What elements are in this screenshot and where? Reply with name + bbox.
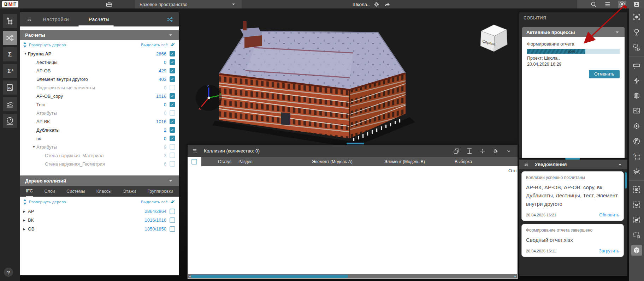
tree-row-checkbox[interactable] [170, 144, 175, 150]
tree-row[interactable]: АР-ВК1016✓ [20, 117, 179, 126]
collision-tree-section-header[interactable]: Дерево коллизий [20, 175, 179, 186]
tree-row[interactable]: Подозрительные элементы0 [20, 83, 179, 92]
notification-card[interactable]: Формирование отчета завершеноСводный отч… [521, 224, 624, 257]
collision-tab-этажи[interactable]: Этажи [123, 186, 136, 196]
sum-icon[interactable]: Σ [3, 47, 17, 61]
caret-right-icon[interactable]: ▶ [23, 210, 28, 213]
show-eye-icon[interactable] [631, 199, 642, 210]
collapse-chevron-icon[interactable] [505, 147, 513, 155]
tree-row[interactable]: АР-ОВ_copy1016✓ [20, 92, 179, 100]
column-header[interactable]: Элемент (Модель B) [384, 159, 425, 164]
tree-row[interactable]: АР-ОВ429✓ [20, 66, 179, 75]
caret-right-icon[interactable]: ▶ [23, 227, 28, 231]
select-all-link[interactable]: Выделить всё ✓✓ [141, 42, 175, 47]
column-header[interactable]: Раздел [238, 159, 253, 164]
tab-calculations[interactable]: Расчеты [89, 17, 110, 22]
view-2d-icon[interactable]: 2D [3, 80, 17, 95]
bimit-logo[interactable]: BiMiT [2, 1, 18, 7]
settings-gear-icon[interactable] [492, 147, 500, 155]
active-processes-header[interactable]: Активные процессы [522, 27, 625, 37]
tree-row[interactable]: ▼Атрибуты9 [20, 143, 179, 151]
tree-row[interactable]: Тест0✓ [20, 100, 179, 109]
collision-tab-системы[interactable]: Системы [66, 186, 85, 196]
panel-resize-handle[interactable] [565, 158, 580, 160]
split-view-icon[interactable] [479, 147, 486, 155]
tree-row-checkbox[interactable] [170, 226, 175, 232]
section-flash-icon[interactable] [631, 75, 642, 86]
select-all-link[interactable]: Выделить всё ✓✓ [141, 199, 175, 204]
collisions-menu-icon[interactable] [191, 147, 199, 155]
column-header[interactable]: Статус [218, 159, 231, 164]
calculations-section-header[interactable]: Расчеты [20, 30, 179, 40]
caret-right-icon[interactable]: ▶ [23, 219, 28, 222]
scale-selection-icon[interactable]: S [631, 151, 642, 162]
scrollbar-thumb[interactable] [191, 275, 348, 278]
tree-row-checkbox[interactable]: ✓ [170, 136, 175, 141]
caret-down-icon[interactable]: ▼ [31, 145, 36, 149]
model-tree-icon[interactable] [631, 27, 642, 37]
expand-tree-link[interactable]: Развернуть дерево [23, 199, 66, 205]
notifications-header[interactable]: Уведомления [519, 160, 627, 169]
section-box-icon[interactable] [631, 90, 642, 101]
tree-row-checkbox[interactable]: ✓ [170, 93, 175, 99]
column-header[interactable]: Выборка [455, 159, 472, 164]
clash-detection-icon[interactable] [3, 31, 17, 45]
tree-row-checkbox[interactable]: ✓ [170, 68, 175, 73]
focus-frame-icon[interactable] [631, 12, 642, 22]
panel-menu-icon[interactable] [26, 16, 34, 23]
isolate-frames-icon[interactable] [631, 42, 642, 53]
notification-card[interactable]: Коллизии успешно посчитаныАР-ВК, АР-ОВ, … [521, 171, 624, 221]
tree-row-checkbox[interactable] [170, 161, 175, 167]
select-all-cell[interactable] [188, 157, 201, 166]
tree-row[interactable]: Атрибуты0 [20, 109, 179, 117]
hide-cube-icon[interactable] [631, 184, 642, 195]
tree-row-checkbox[interactable] [170, 85, 175, 90]
notifications-menu-icon[interactable] [523, 161, 531, 168]
user-icon[interactable] [633, 0, 640, 8]
workspace-selector[interactable]: Базовое пространство [135, 0, 242, 8]
tree-row[interactable]: Лестницы0✓ [20, 58, 179, 66]
tree-row-checkbox[interactable] [170, 110, 175, 116]
cancel-button[interactable]: Отменить [589, 70, 620, 78]
charts-icon[interactable] [3, 97, 17, 111]
tree-row[interactable]: Элемент внутри другого403✓ [20, 75, 179, 83]
ruler-icon[interactable] [631, 60, 642, 71]
building-model[interactable] [212, 14, 438, 145]
sum-plus-icon[interactable]: Σ+ [3, 64, 17, 78]
tree-row[interactable]: Дубликаты2✓ [20, 126, 179, 134]
tree-row-checkbox[interactable]: ✓ [170, 119, 175, 124]
structure-tree-icon[interactable] [3, 14, 17, 28]
header-checkbox[interactable] [191, 159, 197, 165]
solid-cube-icon[interactable] [631, 245, 642, 256]
clear-selection-icon[interactable] [631, 230, 642, 240]
scroll-right-arrow[interactable]: ▸ [514, 274, 516, 279]
gear-icon[interactable] [373, 0, 380, 8]
tree-row-checkbox[interactable] [170, 209, 175, 214]
tree-row[interactable]: ▶ОВ1850/1850 [20, 225, 179, 233]
collision-tab-классы[interactable]: Классы [96, 186, 112, 196]
tree-row[interactable]: Стена наружная_Материал3 [20, 151, 179, 160]
tree-row[interactable]: ▶АР2864/2864 [20, 207, 179, 216]
clash-link-icon[interactable] [166, 16, 174, 23]
compare-lines-icon[interactable]: 12 [631, 166, 642, 177]
tree-row-checkbox[interactable]: ✓ [170, 127, 175, 133]
tree-row-checkbox[interactable]: ✓ [170, 51, 175, 56]
column-header[interactable]: Элемент (Модель A) [312, 159, 353, 164]
expand-tree-link[interactable]: Развернуть дерево [23, 42, 66, 48]
flag-circle-icon[interactable] [631, 136, 642, 147]
horizontal-scrollbar[interactable]: ◂ ▸ [188, 274, 517, 279]
locate-target-icon[interactable] [631, 121, 642, 131]
collision-tab-группировки[interactable]: Группировки [147, 186, 173, 196]
help-button[interactable]: ? [4, 268, 13, 277]
gauge-icon[interactable] [3, 114, 17, 128]
fit-height-icon[interactable] [466, 147, 473, 155]
tree-row[interactable]: ▶ВК1016/1016 [20, 216, 179, 225]
tree-row-checkbox[interactable] [170, 153, 175, 158]
axis-gizmo[interactable]: Z Y X [195, 84, 223, 112]
list-icon[interactable] [604, 0, 611, 8]
copy-rows-icon[interactable] [453, 147, 460, 155]
tree-row-checkbox[interactable]: ✓ [170, 76, 175, 82]
tab-settings[interactable]: Настройки [43, 17, 69, 22]
caret-down-icon[interactable]: ▼ [23, 52, 28, 55]
panel-resize-handle[interactable] [347, 143, 364, 144]
